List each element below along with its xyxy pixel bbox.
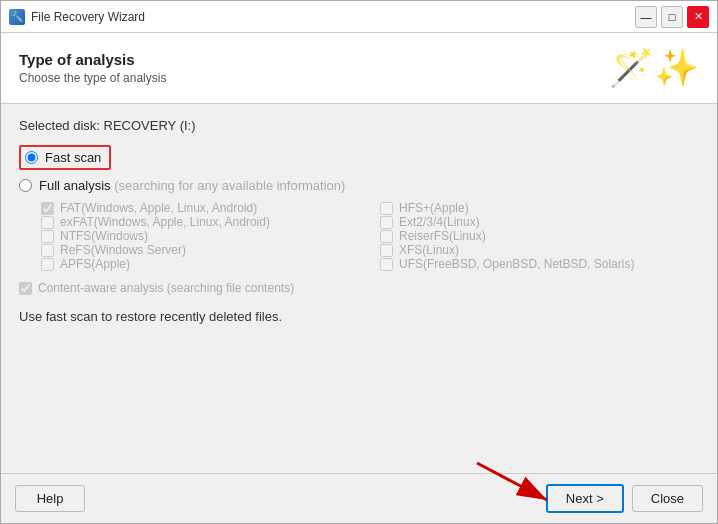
content-aware-option[interactable]: Content-aware analysis (searching file c… (19, 281, 699, 295)
fs-apfs[interactable]: APFS (Apple) (41, 257, 360, 271)
main-window: 🔧 File Recovery Wizard — □ ✕ Type of ana… (0, 0, 718, 524)
header-title: Type of analysis (19, 51, 166, 68)
info-text: Use fast scan to restore recently delete… (19, 309, 699, 324)
content-aware-checkbox[interactable] (19, 282, 32, 295)
fast-scan-radio[interactable] (25, 151, 38, 164)
close-window-button[interactable]: ✕ (687, 6, 709, 28)
fs-exfat[interactable]: exFAT (Windows, Apple, Linux, Android) (41, 215, 360, 229)
title-bar-buttons: — □ ✕ (635, 6, 709, 28)
help-button[interactable]: Help (15, 485, 85, 512)
filesystems-grid: FAT (Windows, Apple, Linux, Android) exF… (41, 201, 699, 271)
fs-refs-checkbox[interactable] (41, 244, 54, 257)
fs-hfs-checkbox[interactable] (380, 202, 393, 215)
disk-label: Selected disk: RECOVERY (I:) (19, 118, 699, 133)
header-text: Type of analysis Choose the type of anal… (19, 51, 166, 85)
header-section: Type of analysis Choose the type of anal… (1, 33, 717, 104)
footer-left: Help (15, 485, 85, 512)
fs-ext-checkbox[interactable] (380, 216, 393, 229)
fs-fat-checkbox[interactable] (41, 202, 54, 215)
full-analysis-prefix: Full analysis (39, 178, 114, 193)
maximize-button[interactable]: □ (661, 6, 683, 28)
fs-refs[interactable]: ReFS (Windows Server) (41, 243, 360, 257)
fs-apfs-checkbox[interactable] (41, 258, 54, 271)
next-button[interactable]: Next > (546, 484, 624, 513)
fs-reiserfs[interactable]: ReiserFS (Linux) (380, 229, 699, 243)
fs-exfat-checkbox[interactable] (41, 216, 54, 229)
full-analysis-text: Full analysis (searching for any availab… (39, 178, 345, 193)
fs-hfs[interactable]: HFS+ (Apple) (380, 201, 699, 215)
fast-scan-option[interactable]: Fast scan (19, 145, 699, 170)
fs-xfs-checkbox[interactable] (380, 244, 393, 257)
full-analysis-option[interactable]: Full analysis (searching for any availab… (19, 178, 699, 193)
minimize-button[interactable]: — (635, 6, 657, 28)
fs-reiserfs-checkbox[interactable] (380, 230, 393, 243)
fs-left-col: FAT (Windows, Apple, Linux, Android) exF… (41, 201, 360, 271)
header-subtitle: Choose the type of analysis (19, 71, 166, 85)
fs-fat[interactable]: FAT (Windows, Apple, Linux, Android) (41, 201, 360, 215)
fs-xfs[interactable]: XFS (Linux) (380, 243, 699, 257)
footer-section: Help Next > Close (1, 473, 717, 523)
fast-scan-text: Fast scan (45, 150, 101, 165)
content-area: Type of analysis Choose the type of anal… (1, 33, 717, 523)
fs-ext[interactable]: Ext2/3/4 (Linux) (380, 215, 699, 229)
content-aware-text: Content-aware analysis (searching file c… (38, 281, 294, 295)
wizard-icon: 🪄✨ (609, 47, 699, 89)
full-analysis-radio[interactable] (19, 179, 32, 192)
fs-ufs[interactable]: UFS (FreeBSD, OpenBSD, NetBSD, Solaris) (380, 257, 699, 271)
fs-right-col: HFS+ (Apple) Ext2/3/4 (Linux) ReiserFS (… (380, 201, 699, 271)
full-analysis-detail: (searching for any available information… (114, 178, 345, 193)
title-bar: 🔧 File Recovery Wizard — □ ✕ (1, 1, 717, 33)
footer-right: Next > Close (546, 484, 703, 513)
fs-ufs-checkbox[interactable] (380, 258, 393, 271)
fs-ntfs[interactable]: NTFS (Windows) (41, 229, 360, 243)
app-icon: 🔧 (9, 9, 25, 25)
fast-scan-label[interactable]: Fast scan (19, 145, 699, 170)
main-section: Selected disk: RECOVERY (I:) Fast scan F… (1, 104, 717, 473)
close-button[interactable]: Close (632, 485, 703, 512)
fs-ntfs-checkbox[interactable] (41, 230, 54, 243)
full-analysis-label[interactable]: Full analysis (searching for any availab… (19, 178, 699, 193)
window-title: File Recovery Wizard (31, 10, 635, 24)
